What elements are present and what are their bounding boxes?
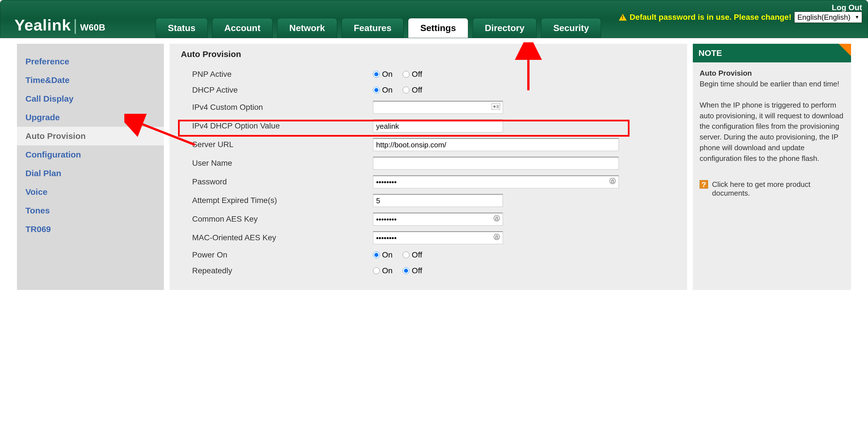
tab-security[interactable]: Security <box>541 18 601 38</box>
svg-line-6 <box>130 120 195 145</box>
note-line1: Begin time should be earlier than end ti… <box>700 79 839 88</box>
label-ipv4custom: IPv4 Custom Option <box>192 103 373 112</box>
sidebar: Preference Time&Date Call Display Upgrad… <box>17 44 164 290</box>
row-commonaes: Common AES Key <box>181 210 676 228</box>
svg-rect-3 <box>496 106 499 107</box>
tab-status[interactable]: Status <box>156 18 208 38</box>
warning-text[interactable]: Default password is in use. Please chang… <box>629 13 792 22</box>
row-poweron: Power On On Off <box>181 247 676 263</box>
label-ipv4dhcp: IPv4 DHCP Option Value <box>192 121 373 130</box>
model-label: W60B <box>80 22 105 33</box>
macaes-input[interactable] <box>373 231 503 244</box>
label-serverurl: Server URL <box>192 140 373 149</box>
username-input[interactable] <box>373 157 619 170</box>
sidebar-item-dialplan[interactable]: Dial Plan <box>17 164 164 183</box>
note-header: NOTE <box>693 44 851 62</box>
row-pnp: PNP Active On Off <box>181 66 676 82</box>
ipv4dhcp-input[interactable] <box>373 120 503 132</box>
repeatedly-off-radio[interactable] <box>403 267 409 274</box>
sidebar-item-configuration[interactable]: Configuration <box>17 145 164 164</box>
lock-icon <box>609 177 616 186</box>
label-pnp: PNP Active <box>192 70 373 79</box>
repeatedly-on-radio[interactable] <box>373 267 380 274</box>
svg-point-1 <box>493 106 496 108</box>
label-dhcp: DHCP Active <box>192 86 373 95</box>
row-serverurl: Server URL <box>181 135 676 154</box>
sidebar-item-calldisplay[interactable]: Call Display <box>17 90 164 108</box>
note-doclink[interactable]: ? Click here to get more product documen… <box>693 180 851 203</box>
lock-icon <box>493 215 500 223</box>
logout-link[interactable]: Log Out <box>832 3 862 12</box>
row-repeatedly: Repeatedly On Off <box>181 263 676 278</box>
header: Log Out Default password is in use. Plea… <box>0 0 868 38</box>
poweron-on[interactable]: On <box>373 251 393 259</box>
row-password: Password <box>181 172 676 191</box>
label-password: Password <box>192 177 373 186</box>
contact-icon <box>492 103 500 112</box>
dhcp-off-radio[interactable] <box>403 87 409 93</box>
content: Preference Time&Date Call Display Upgrad… <box>0 38 868 290</box>
logo: Yealink <box>14 16 71 34</box>
warning-icon <box>619 14 627 21</box>
label-username: User Name <box>192 159 373 168</box>
poweron-off-radio[interactable] <box>403 252 409 258</box>
dhcp-off[interactable]: Off <box>403 86 422 95</box>
sidebar-item-timedate[interactable]: Time&Date <box>17 71 164 90</box>
label-repeatedly: Repeatedly <box>192 266 373 275</box>
row-macaes: MAC-Oriented AES Key <box>181 228 676 247</box>
password-input[interactable] <box>373 175 619 188</box>
row-dhcp: DHCP Active On Off <box>181 82 676 98</box>
commonaes-input[interactable] <box>373 212 503 226</box>
pnp-off[interactable]: Off <box>403 70 422 79</box>
logo-area: Yealink | W60B <box>14 16 105 34</box>
dhcp-on-radio[interactable] <box>373 87 380 93</box>
top-tabs: Status Account Network Features Settings… <box>156 18 601 38</box>
poweron-off[interactable]: Off <box>403 251 422 259</box>
tab-features[interactable]: Features <box>342 18 403 38</box>
pnp-on-radio[interactable] <box>373 71 380 78</box>
tab-network[interactable]: Network <box>277 18 337 38</box>
row-ipv4dhcp: IPv4 DHCP Option Value <box>181 117 676 135</box>
tab-directory[interactable]: Directory <box>473 18 537 38</box>
tab-settings[interactable]: Settings <box>408 18 468 38</box>
note-heading: Auto Provision <box>700 69 752 77</box>
label-commonaes: Common AES Key <box>192 215 373 224</box>
attempt-input[interactable] <box>373 194 503 207</box>
pnp-off-radio[interactable] <box>403 71 409 78</box>
tab-account[interactable]: Account <box>212 18 273 38</box>
note-corner-icon <box>839 44 851 56</box>
arrow-to-autoprovision <box>124 114 198 148</box>
row-username: User Name <box>181 154 676 172</box>
section-title: Auto Provision <box>181 50 676 59</box>
row-attempt: Attempt Expired Time(s) <box>181 191 676 210</box>
label-macaes: MAC-Oriented AES Key <box>192 233 373 242</box>
main-panel: Auto Provision PNP Active On Off DHCP Ac… <box>169 44 687 290</box>
repeatedly-off[interactable]: Off <box>403 266 422 275</box>
note-panel: NOTE Auto Provision Begin time should be… <box>693 44 851 290</box>
repeatedly-on[interactable]: On <box>373 266 393 275</box>
note-text: When the IP phone is triggered to perfor… <box>700 101 843 162</box>
note-body: Auto Provision Begin time should be earl… <box>693 62 851 180</box>
question-icon: ? <box>700 180 708 189</box>
logo-divider: | <box>73 16 78 34</box>
arrow-to-settings-tab <box>514 42 542 93</box>
dhcp-on[interactable]: On <box>373 86 393 95</box>
sidebar-item-tones[interactable]: Tones <box>17 201 164 220</box>
serverurl-input[interactable] <box>373 138 619 151</box>
sidebar-item-tr069[interactable]: TR069 <box>17 220 164 238</box>
svg-rect-2 <box>496 105 499 106</box>
warning-bar: Default password is in use. Please chang… <box>619 11 862 23</box>
sidebar-item-preference[interactable]: Preference <box>17 52 164 71</box>
lock-icon <box>493 233 500 242</box>
poweron-on-radio[interactable] <box>373 252 380 258</box>
ipv4custom-input[interactable] <box>373 101 503 114</box>
row-ipv4custom: IPv4 Custom Option <box>181 98 676 117</box>
svg-rect-4 <box>496 107 499 108</box>
language-select[interactable]: English(English) <box>794 11 862 23</box>
label-attempt: Attempt Expired Time(s) <box>192 196 373 205</box>
sidebar-item-voice[interactable]: Voice <box>17 183 164 201</box>
pnp-on[interactable]: On <box>373 70 393 79</box>
label-poweron: Power On <box>192 251 373 259</box>
